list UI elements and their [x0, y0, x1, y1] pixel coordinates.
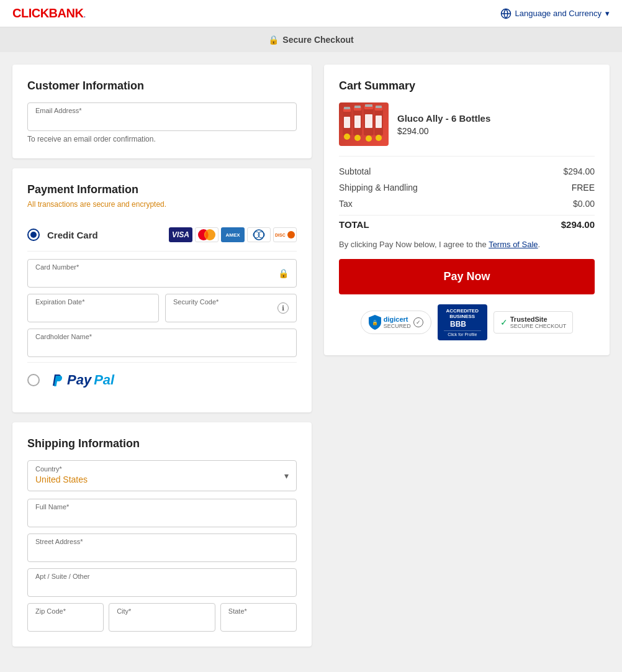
terms-of-sale-link[interactable]: Terms of Sale — [489, 240, 538, 249]
credit-card-fields: Card Number* 🔒 Expiration Date* Security… — [27, 259, 297, 357]
paypal-radio[interactable] — [27, 374, 40, 386]
shipping-info-card: Shipping Information Country* United Sta… — [12, 422, 312, 647]
full-name-label: Full Name* — [35, 503, 69, 511]
svg-rect-21 — [354, 116, 361, 128]
grand-total-row: TOTAL $294.00 — [339, 215, 595, 230]
apt-wrapper: Apt / Suite / Other — [27, 568, 297, 597]
shipping-value: FREE — [572, 183, 595, 193]
amex-icon: AMEX — [221, 227, 245, 242]
expiry-input[interactable] — [35, 307, 151, 317]
street-address-wrapper: Street Address* — [27, 534, 297, 562]
grand-total-value: $294.00 — [561, 219, 595, 230]
discover-icon: DISC — [273, 227, 297, 242]
lang-currency-label: Language and Currency — [515, 9, 602, 18]
secure-checkout-banner: 🔒 Secure Checkout — [0, 27, 622, 52]
svg-rect-22 — [365, 114, 372, 128]
subtotal-label: Subtotal — [339, 166, 371, 176]
svg-point-27 — [376, 135, 382, 141]
visa-icon: VISA — [169, 227, 192, 242]
trusted-check-icon: ✓ — [500, 317, 508, 327]
security-code-wrapper: Security Code* ℹ — [165, 294, 297, 322]
svg-point-7 — [287, 231, 295, 238]
card-number-label: Card Number* — [35, 263, 79, 271]
security-code-input[interactable] — [173, 307, 289, 317]
email-field-wrapper: Email Address* — [27, 102, 297, 131]
card-icons: VISA AMEX — [169, 227, 297, 242]
payment-options: Credit Card VISA AMEX — [27, 219, 297, 397]
country-select[interactable]: United States — [35, 473, 289, 486]
paypal-icon — [47, 371, 65, 389]
paypal-option[interactable]: PayPal — [27, 362, 297, 397]
info-icon[interactable]: ℹ — [277, 302, 289, 314]
tax-value: $0.00 — [573, 199, 595, 209]
logo-click: CLICK — [12, 6, 49, 20]
country-select-wrapper: Country* United States ▾ — [27, 460, 297, 491]
svg-point-26 — [366, 135, 372, 142]
cart-totals: Subtotal $294.00 Shipping & Handling FRE… — [339, 166, 595, 230]
street-address-input[interactable] — [35, 547, 289, 556]
credit-card-radio[interactable] — [27, 229, 40, 241]
apt-input[interactable] — [35, 581, 289, 591]
svg-rect-16 — [365, 104, 372, 107]
svg-rect-20 — [344, 117, 350, 128]
zip-city-state-row: Zip Code* City* State* — [27, 603, 297, 632]
email-input[interactable] — [35, 116, 289, 125]
card-number-input[interactable] — [35, 272, 289, 282]
product-image — [339, 102, 389, 146]
payment-subtitle: All transactions are secure and encrypte… — [27, 200, 297, 209]
bbb-badge: ACCREDITED BUSINESS BBB Click for Profil… — [438, 304, 487, 340]
cart-summary-title: Cart Summary — [339, 79, 595, 93]
state-wrapper: State* — [220, 603, 297, 632]
subtotal-value: $294.00 — [563, 166, 595, 176]
subtotal-row: Subtotal $294.00 — [339, 166, 595, 176]
customer-info-title: Customer Information — [27, 79, 297, 93]
trust-badges: 🔒 digicert SECURED ✓ ACCREDITED BUSINESS… — [339, 304, 595, 340]
trustedsite-text: TrustedSite SECURE CHECKOUT — [510, 316, 567, 329]
lock-card-icon: 🔒 — [278, 268, 289, 278]
terms-prefix: By clicking Pay Now below, I agree to th… — [339, 240, 487, 249]
svg-point-25 — [354, 135, 361, 141]
header: CLICKBANK. Language and Currency ▾ — [0, 0, 622, 27]
svg-text:DISC: DISC — [275, 233, 286, 237]
city-label: City* — [117, 607, 131, 615]
email-label: Email Address* — [35, 107, 82, 114]
lock-icon: 🔒 — [268, 35, 279, 45]
digicert-check-icon: ✓ — [413, 317, 423, 327]
language-currency-button[interactable]: Language and Currency ▾ — [500, 8, 610, 19]
cardholder-name-label: Cardholder Name* — [35, 333, 92, 340]
product-price: $294.00 — [397, 126, 490, 136]
product-name: Gluco Ally - 6 Bottles — [397, 113, 490, 124]
clickbank-logo[interactable]: CLICKBANK. — [12, 6, 86, 20]
state-input[interactable] — [228, 616, 289, 626]
svg-point-24 — [344, 134, 350, 140]
zip-wrapper: Zip Code* — [27, 603, 104, 632]
customer-info-card: Customer Information Email Address* To r… — [12, 65, 312, 158]
left-column: Customer Information Email Address* To r… — [12, 65, 312, 647]
grand-total-label: TOTAL — [339, 219, 369, 230]
globe-icon — [500, 8, 512, 19]
select-arrow-icon: ▾ — [284, 471, 289, 481]
expiry-wrapper: Expiration Date* — [27, 294, 159, 322]
cart-summary-card: Cart Summary — [324, 65, 610, 355]
expiry-security-row: Expiration Date* Security Code* ℹ — [27, 294, 297, 322]
city-wrapper: City* — [109, 603, 215, 632]
digicert-badge: 🔒 digicert SECURED ✓ — [361, 311, 431, 334]
svg-text:🔒: 🔒 — [372, 319, 378, 325]
full-name-input[interactable] — [35, 512, 289, 522]
city-input[interactable] — [117, 616, 207, 626]
right-column: Cart Summary — [324, 65, 610, 355]
street-address-label: Street Address* — [35, 538, 83, 545]
pay-now-button[interactable]: Pay Now — [339, 259, 595, 294]
payment-info-title: Payment Information — [27, 183, 297, 196]
credit-card-label: Credit Card — [47, 230, 98, 240]
email-hint: To receive an email order confirmation. — [27, 135, 297, 143]
digicert-icon: 🔒 — [369, 315, 381, 330]
dropdown-arrow-icon: ▾ — [605, 9, 610, 18]
svg-rect-10 — [344, 107, 350, 109]
apt-label: Apt / Suite / Other — [35, 573, 89, 580]
zip-input[interactable] — [35, 616, 96, 626]
security-code-label: Security Code* — [173, 298, 219, 306]
cardholder-name-input[interactable] — [35, 342, 289, 352]
credit-card-option[interactable]: Credit Card VISA AMEX — [27, 219, 297, 252]
svg-rect-13 — [354, 106, 361, 108]
